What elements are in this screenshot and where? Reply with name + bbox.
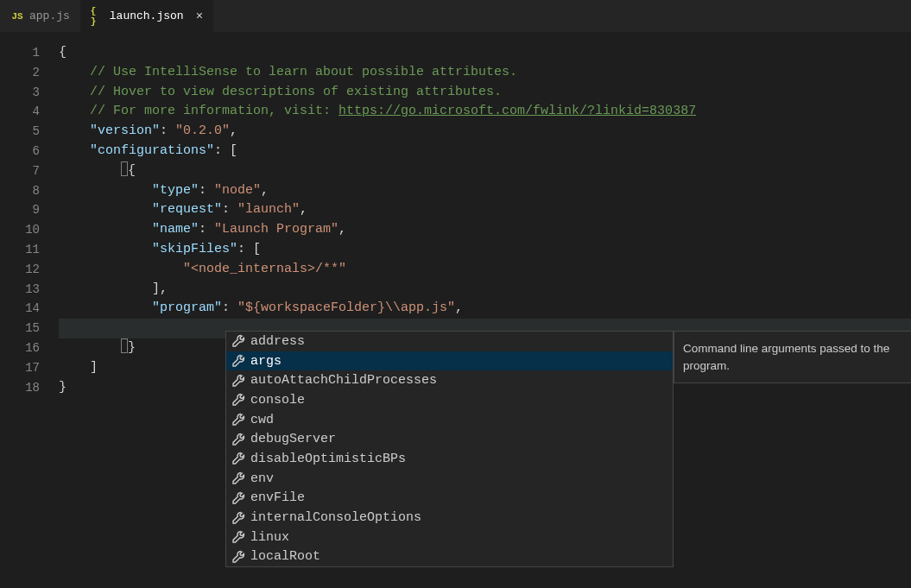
suggest-item[interactable]: args — [226, 351, 673, 371]
json-key: "program" — [152, 300, 222, 315]
suggest-label: console — [250, 393, 305, 408]
json-key: "skipFiles" — [152, 242, 237, 256]
line-number: 14 — [0, 299, 40, 319]
line-number: 8 — [0, 181, 40, 201]
tab-app-js[interactable]: JS app.js — [0, 0, 80, 32]
wrench-icon — [231, 413, 245, 427]
suggest-item[interactable]: internalConsoleOptions — [226, 508, 673, 528]
line-number: 1 — [0, 43, 40, 63]
line-number: 4 — [0, 102, 40, 122]
tab-label: launch.json — [110, 9, 184, 22]
editor: 123456789101112131415161718 { // Use Int… — [0, 33, 911, 588]
suggest-widget[interactable]: addressargsautoAttachChildProcessesconso… — [225, 331, 674, 567]
suggest-label: localRoot — [250, 549, 320, 564]
comment: // For more information, visit: — [90, 104, 338, 118]
wrench-icon — [231, 393, 245, 407]
suggest-item[interactable]: cwd — [226, 410, 673, 430]
tab-launch-json[interactable]: { } launch.json × — [80, 0, 213, 32]
line-number: 5 — [0, 122, 40, 142]
json-key: "name" — [152, 222, 199, 237]
json-key: "type" — [152, 183, 199, 198]
suggest-label: envFile — [250, 490, 305, 505]
suggest-item[interactable]: autoAttachChildProcesses — [226, 370, 673, 390]
line-number: 6 — [0, 142, 40, 161]
wrench-icon — [231, 354, 245, 368]
line-number: 11 — [0, 240, 40, 260]
wrench-icon — [231, 433, 245, 446]
json-icon: { } — [91, 9, 104, 23]
json-key: "request" — [152, 202, 222, 217]
line-number: 9 — [0, 200, 40, 220]
tab-label: app.js — [29, 9, 70, 22]
suggest-label: internalConsoleOptions — [250, 510, 421, 525]
line-number: 2 — [0, 63, 40, 83]
json-key: "version" — [90, 123, 160, 138]
wrench-icon — [231, 511, 245, 525]
tab-bar: JS app.js { } launch.json × — [0, 0, 911, 33]
line-number: 15 — [0, 319, 40, 338]
suggest-item[interactable]: disableOptimisticBPs — [226, 449, 673, 469]
line-number: 7 — [0, 161, 40, 181]
json-value: "node" — [214, 183, 261, 198]
wrench-icon — [231, 374, 245, 388]
suggest-label: debugServer — [250, 432, 336, 446]
json-key: "configurations" — [90, 143, 214, 158]
line-number: 12 — [0, 260, 40, 280]
suggest-documentation: Command line arguments passed to the pro… — [674, 331, 911, 383]
suggest-item[interactable]: localRoot — [226, 547, 673, 567]
js-icon: JS — [10, 9, 24, 23]
line-number: 17 — [0, 358, 40, 378]
line-numbers: 123456789101112131415161718 — [0, 33, 59, 588]
line-number: 3 — [0, 83, 40, 103]
suggest-item[interactable]: linux — [226, 528, 673, 547]
line-number: 18 — [0, 378, 40, 398]
suggest-item[interactable]: console — [226, 390, 673, 410]
suggest-item[interactable]: envFile — [226, 489, 673, 509]
json-value: "launch" — [237, 202, 300, 217]
comment: // Hover to view descriptions of existin… — [90, 85, 502, 99]
wrench-icon — [231, 452, 245, 465]
json-value: "Launch Program" — [214, 222, 338, 237]
wrench-icon — [231, 471, 245, 485]
close-icon[interactable]: × — [189, 10, 203, 22]
suggest-item[interactable]: address — [226, 332, 673, 351]
line-number: 16 — [0, 338, 40, 358]
suggest-item[interactable]: env — [226, 469, 673, 489]
suggest-label: autoAttachChildProcesses — [250, 373, 437, 388]
line-number: 10 — [0, 220, 40, 240]
suggest-label: cwd — [250, 413, 274, 427]
doc-text: Command line arguments passed to the pro… — [683, 342, 889, 372]
suggest-label: disableOptimisticBPs — [250, 452, 406, 466]
json-value: "0.2.0" — [175, 123, 230, 138]
wrench-icon — [231, 334, 245, 348]
wrench-icon — [231, 550, 245, 564]
suggest-label: args — [250, 354, 282, 369]
wrench-icon — [231, 491, 245, 505]
suggest-label: env — [250, 471, 274, 486]
code-area[interactable]: { // Use IntelliSense to learn about pos… — [59, 33, 911, 588]
json-value: "${workspaceFolder}\\app.js" — [237, 300, 455, 315]
wrench-icon — [231, 530, 245, 544]
suggest-item[interactable]: debugServer — [226, 429, 673, 449]
comment: // Use IntelliSense to learn about possi… — [90, 65, 517, 79]
line-number: 13 — [0, 280, 40, 300]
suggest-label: linux — [250, 530, 289, 545]
json-value: "<node_internals>/**" — [183, 262, 346, 276]
suggest-label: address — [250, 334, 305, 349]
link[interactable]: https://go.microsoft.com/fwlink/?linkid=… — [338, 104, 696, 118]
